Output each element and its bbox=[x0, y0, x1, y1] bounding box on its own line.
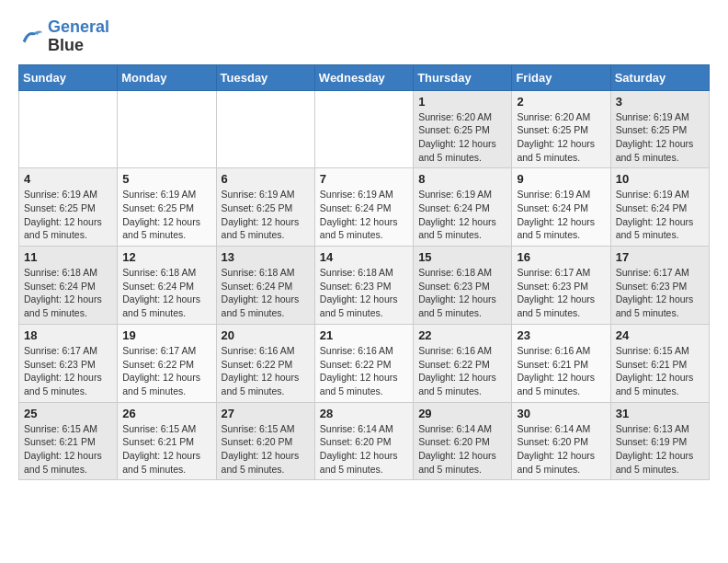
calendar-cell: 4Sunrise: 6:19 AM Sunset: 6:25 PM Daylig… bbox=[19, 168, 118, 247]
day-info: Sunrise: 6:13 AM Sunset: 6:19 PM Dayligh… bbox=[616, 422, 704, 477]
calendar-cell bbox=[314, 90, 413, 168]
day-info: Sunrise: 6:19 AM Sunset: 6:24 PM Dayligh… bbox=[517, 188, 605, 242]
day-number: 1 bbox=[418, 95, 506, 109]
day-info: Sunrise: 6:18 AM Sunset: 6:24 PM Dayligh… bbox=[222, 266, 310, 320]
calendar-cell: 6Sunrise: 6:19 AM Sunset: 6:25 PM Daylig… bbox=[216, 168, 314, 247]
day-number: 11 bbox=[24, 250, 112, 264]
logo-text: GeneralBlue bbox=[48, 18, 109, 55]
day-info: Sunrise: 6:18 AM Sunset: 6:24 PM Dayligh… bbox=[24, 266, 112, 320]
calendar-cell bbox=[118, 90, 216, 168]
calendar-cell: 27Sunrise: 6:15 AM Sunset: 6:20 PM Dayli… bbox=[216, 402, 314, 480]
day-of-week-saturday: Saturday bbox=[610, 64, 709, 90]
calendar-cell: 18Sunrise: 6:17 AM Sunset: 6:23 PM Dayli… bbox=[19, 324, 118, 402]
calendar-cell: 12Sunrise: 6:18 AM Sunset: 6:24 PM Dayli… bbox=[118, 247, 216, 325]
day-info: Sunrise: 6:19 AM Sunset: 6:24 PM Dayligh… bbox=[418, 188, 506, 242]
day-of-week-thursday: Thursday bbox=[414, 64, 512, 90]
day-number: 18 bbox=[24, 328, 112, 342]
day-number: 25 bbox=[24, 407, 112, 420]
calendar-week-row: 4Sunrise: 6:19 AM Sunset: 6:25 PM Daylig… bbox=[19, 168, 710, 247]
day-info: Sunrise: 6:18 AM Sunset: 6:24 PM Dayligh… bbox=[122, 266, 210, 320]
calendar-cell: 22Sunrise: 6:16 AM Sunset: 6:22 PM Dayli… bbox=[414, 324, 512, 402]
day-info: Sunrise: 6:20 AM Sunset: 6:25 PM Dayligh… bbox=[418, 110, 506, 165]
page-header: GeneralBlue bbox=[18, 18, 710, 55]
calendar-cell: 26Sunrise: 6:15 AM Sunset: 6:21 PM Dayli… bbox=[118, 402, 216, 480]
calendar-cell: 3Sunrise: 6:19 AM Sunset: 6:25 PM Daylig… bbox=[610, 90, 709, 168]
day-info: Sunrise: 6:16 AM Sunset: 6:22 PM Dayligh… bbox=[320, 344, 408, 398]
day-info: Sunrise: 6:15 AM Sunset: 6:21 PM Dayligh… bbox=[24, 422, 112, 477]
calendar-cell: 16Sunrise: 6:17 AM Sunset: 6:23 PM Dayli… bbox=[512, 247, 610, 325]
day-info: Sunrise: 6:14 AM Sunset: 6:20 PM Dayligh… bbox=[517, 422, 605, 477]
calendar-cell: 24Sunrise: 6:15 AM Sunset: 6:21 PM Dayli… bbox=[610, 324, 709, 402]
logo: GeneralBlue bbox=[18, 18, 109, 55]
day-number: 28 bbox=[320, 407, 408, 420]
day-number: 3 bbox=[616, 95, 704, 109]
calendar-cell: 5Sunrise: 6:19 AM Sunset: 6:25 PM Daylig… bbox=[118, 168, 216, 247]
calendar-cell: 15Sunrise: 6:18 AM Sunset: 6:23 PM Dayli… bbox=[414, 247, 512, 325]
day-number: 15 bbox=[418, 250, 506, 264]
day-info: Sunrise: 6:16 AM Sunset: 6:22 PM Dayligh… bbox=[418, 344, 506, 398]
day-info: Sunrise: 6:17 AM Sunset: 6:22 PM Dayligh… bbox=[122, 344, 210, 398]
calendar-cell: 29Sunrise: 6:14 AM Sunset: 6:20 PM Dayli… bbox=[414, 402, 512, 480]
calendar-cell bbox=[216, 90, 314, 168]
calendar-cell: 9Sunrise: 6:19 AM Sunset: 6:24 PM Daylig… bbox=[512, 168, 610, 247]
calendar-cell: 8Sunrise: 6:19 AM Sunset: 6:24 PM Daylig… bbox=[414, 168, 512, 247]
day-of-week-monday: Monday bbox=[118, 64, 216, 90]
day-number: 4 bbox=[24, 172, 112, 186]
calendar-cell bbox=[19, 90, 118, 168]
calendar-cell: 30Sunrise: 6:14 AM Sunset: 6:20 PM Dayli… bbox=[512, 402, 610, 480]
calendar-week-row: 18Sunrise: 6:17 AM Sunset: 6:23 PM Dayli… bbox=[19, 324, 710, 402]
day-info: Sunrise: 6:14 AM Sunset: 6:20 PM Dayligh… bbox=[418, 422, 506, 477]
day-number: 23 bbox=[517, 328, 605, 342]
day-info: Sunrise: 6:14 AM Sunset: 6:20 PM Dayligh… bbox=[320, 422, 408, 477]
day-number: 9 bbox=[517, 172, 605, 186]
day-info: Sunrise: 6:19 AM Sunset: 6:25 PM Dayligh… bbox=[24, 188, 112, 242]
day-number: 14 bbox=[320, 250, 408, 264]
day-number: 2 bbox=[517, 95, 605, 109]
day-info: Sunrise: 6:20 AM Sunset: 6:25 PM Dayligh… bbox=[517, 110, 605, 165]
calendar-cell: 19Sunrise: 6:17 AM Sunset: 6:22 PM Dayli… bbox=[118, 324, 216, 402]
day-info: Sunrise: 6:19 AM Sunset: 6:25 PM Dayligh… bbox=[616, 110, 704, 165]
day-number: 26 bbox=[122, 407, 210, 420]
day-number: 10 bbox=[616, 172, 704, 186]
calendar-cell: 7Sunrise: 6:19 AM Sunset: 6:24 PM Daylig… bbox=[314, 168, 413, 247]
day-number: 31 bbox=[616, 407, 704, 420]
calendar-cell: 23Sunrise: 6:16 AM Sunset: 6:21 PM Dayli… bbox=[512, 324, 610, 402]
day-number: 29 bbox=[418, 407, 506, 420]
calendar-table: SundayMondayTuesdayWednesdayThursdayFrid… bbox=[18, 64, 710, 481]
day-number: 20 bbox=[222, 328, 310, 342]
day-info: Sunrise: 6:19 AM Sunset: 6:24 PM Dayligh… bbox=[616, 188, 704, 242]
day-number: 13 bbox=[222, 250, 310, 264]
day-number: 8 bbox=[418, 172, 506, 186]
day-info: Sunrise: 6:16 AM Sunset: 6:21 PM Dayligh… bbox=[517, 344, 605, 398]
day-info: Sunrise: 6:15 AM Sunset: 6:21 PM Dayligh… bbox=[616, 344, 704, 398]
calendar-week-row: 11Sunrise: 6:18 AM Sunset: 6:24 PM Dayli… bbox=[19, 247, 710, 325]
calendar-header-row: SundayMondayTuesdayWednesdayThursdayFrid… bbox=[19, 64, 710, 90]
day-info: Sunrise: 6:17 AM Sunset: 6:23 PM Dayligh… bbox=[616, 266, 704, 320]
day-number: 7 bbox=[320, 172, 408, 186]
day-of-week-sunday: Sunday bbox=[19, 64, 118, 90]
calendar-cell: 11Sunrise: 6:18 AM Sunset: 6:24 PM Dayli… bbox=[19, 247, 118, 325]
day-number: 22 bbox=[418, 328, 506, 342]
day-info: Sunrise: 6:17 AM Sunset: 6:23 PM Dayligh… bbox=[517, 266, 605, 320]
calendar-cell: 25Sunrise: 6:15 AM Sunset: 6:21 PM Dayli… bbox=[19, 402, 118, 480]
day-of-week-tuesday: Tuesday bbox=[216, 64, 314, 90]
day-number: 24 bbox=[616, 328, 704, 342]
day-info: Sunrise: 6:17 AM Sunset: 6:23 PM Dayligh… bbox=[24, 344, 112, 398]
day-info: Sunrise: 6:18 AM Sunset: 6:23 PM Dayligh… bbox=[418, 266, 506, 320]
calendar-cell: 1Sunrise: 6:20 AM Sunset: 6:25 PM Daylig… bbox=[414, 90, 512, 168]
day-of-week-friday: Friday bbox=[512, 64, 610, 90]
day-number: 16 bbox=[517, 250, 605, 264]
day-number: 12 bbox=[122, 250, 210, 264]
logo-icon bbox=[18, 24, 44, 50]
calendar-cell: 21Sunrise: 6:16 AM Sunset: 6:22 PM Dayli… bbox=[314, 324, 413, 402]
day-info: Sunrise: 6:19 AM Sunset: 6:25 PM Dayligh… bbox=[222, 188, 310, 242]
calendar-cell: 10Sunrise: 6:19 AM Sunset: 6:24 PM Dayli… bbox=[610, 168, 709, 247]
calendar-cell: 17Sunrise: 6:17 AM Sunset: 6:23 PM Dayli… bbox=[610, 247, 709, 325]
day-number: 6 bbox=[222, 172, 310, 186]
day-info: Sunrise: 6:15 AM Sunset: 6:20 PM Dayligh… bbox=[222, 422, 310, 477]
calendar-cell: 14Sunrise: 6:18 AM Sunset: 6:23 PM Dayli… bbox=[314, 247, 413, 325]
day-number: 5 bbox=[122, 172, 210, 186]
calendar-cell: 2Sunrise: 6:20 AM Sunset: 6:25 PM Daylig… bbox=[512, 90, 610, 168]
day-info: Sunrise: 6:19 AM Sunset: 6:25 PM Dayligh… bbox=[122, 188, 210, 242]
calendar-cell: 13Sunrise: 6:18 AM Sunset: 6:24 PM Dayli… bbox=[216, 247, 314, 325]
